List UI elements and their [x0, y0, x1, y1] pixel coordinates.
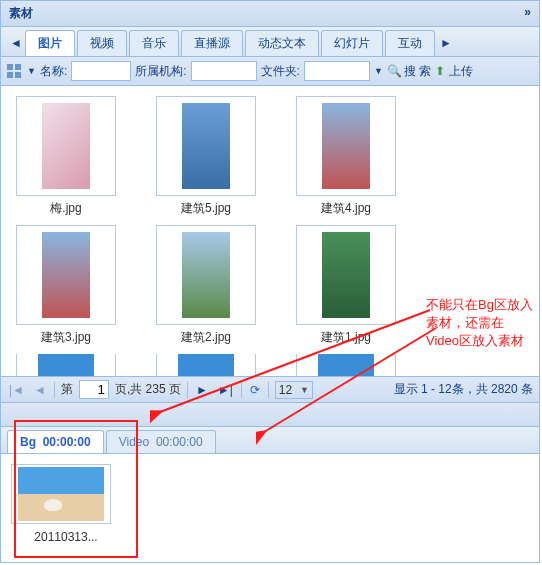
thumb-item[interactable]: 建筑4.jpg — [291, 96, 401, 217]
timeline-tabs: Bg 00:00:00 Video 00:00:00 — [1, 427, 539, 454]
refresh-icon[interactable]: ⟳ — [248, 383, 262, 397]
upload-button[interactable]: ⬆ 上传 — [435, 63, 472, 80]
thumb-item[interactable]: 建筑5.jpg — [151, 96, 261, 217]
folder-input[interactable] — [304, 61, 370, 81]
name-label: 名称: — [40, 63, 67, 80]
org-label: 所属机构: — [135, 63, 186, 80]
tab-music[interactable]: 音乐 — [129, 30, 179, 56]
timeline-tab-bg[interactable]: Bg 00:00:00 — [7, 430, 104, 453]
thumb-item[interactable]: 建筑1.jpg — [291, 225, 401, 346]
prev-page-icon[interactable]: ◄ — [32, 383, 48, 397]
collapse-icon[interactable]: » — [524, 5, 531, 19]
timeline-tab-video[interactable]: Video 00:00:00 — [106, 430, 216, 453]
tab-strip: ◄ 图片 视频 音乐 直播源 动态文本 幻灯片 互动 ► — [1, 27, 539, 57]
thumb-caption: 建筑2.jpg — [151, 329, 261, 346]
svg-rect-1 — [15, 64, 21, 70]
view-mode-dropdown-icon[interactable]: ▼ — [27, 66, 36, 76]
first-page-icon[interactable]: |◄ — [7, 383, 26, 397]
thumb-item[interactable]: 建筑3.jpg — [11, 225, 121, 346]
clip-item[interactable]: 20110313... — [11, 464, 121, 544]
view-mode-icon[interactable] — [7, 64, 23, 78]
filter-toolbar: ▼ 名称: 所属机构: 文件夹: ▼ 🔍 搜 索 ⬆ 上传 — [1, 57, 539, 86]
thumb-item[interactable]: 梅.jpg — [11, 96, 121, 217]
folder-label: 文件夹: — [261, 63, 300, 80]
thumb-caption: 建筑3.jpg — [11, 329, 121, 346]
next-page-icon[interactable]: ► — [194, 383, 210, 397]
spacer-bar — [0, 403, 540, 427]
tab-scroll-left-icon[interactable]: ◄ — [7, 30, 25, 56]
thumb-image — [156, 225, 256, 325]
tab-images[interactable]: 图片 — [25, 30, 75, 56]
search-button[interactable]: 🔍 搜 索 — [387, 63, 431, 80]
timeline-content[interactable]: 20110313... — [1, 454, 539, 562]
svg-rect-2 — [7, 72, 13, 78]
timeline-panel: Bg 00:00:00 Video 00:00:00 20110313... — [0, 427, 540, 563]
clip-caption: 20110313... — [11, 530, 121, 544]
name-input[interactable] — [71, 61, 131, 81]
thumb-image — [156, 96, 256, 196]
annotation-text: 不能只在Bg区放入素材，还需在Video区放入素材 — [426, 296, 534, 351]
panel-header: 素材 » — [1, 1, 539, 27]
tab-scroll-right-icon[interactable]: ► — [437, 30, 455, 56]
upload-icon: ⬆ — [435, 64, 445, 78]
tab-live[interactable]: 直播源 — [181, 30, 243, 56]
page-suffix: 页,共 235 页 — [115, 381, 181, 398]
tab-dynamic-text[interactable]: 动态文本 — [245, 30, 319, 56]
tab-video[interactable]: 视频 — [77, 30, 127, 56]
thumb-caption: 建筑5.jpg — [151, 200, 261, 217]
dropdown-icon: ▼ — [300, 385, 309, 395]
tab-interactive[interactable]: 互动 — [385, 30, 435, 56]
svg-rect-0 — [7, 64, 13, 70]
thumb-caption: 建筑1.jpg — [291, 329, 401, 346]
org-input[interactable] — [191, 61, 257, 81]
clip-thumb — [11, 464, 111, 524]
thumb-image — [16, 225, 116, 325]
thumb-item[interactable]: 建筑2.jpg — [151, 225, 261, 346]
thumb-image — [296, 225, 396, 325]
pager-info: 显示 1 - 12条，共 2820 条 — [394, 381, 533, 398]
page-input[interactable] — [79, 380, 109, 399]
thumb-image — [16, 96, 116, 196]
page-size-select[interactable]: 12 ▼ — [275, 381, 313, 399]
page-prefix: 第 — [61, 381, 73, 398]
folder-dropdown-icon[interactable]: ▼ — [374, 66, 383, 76]
panel-title: 素材 — [9, 6, 33, 20]
thumb-caption: 建筑4.jpg — [291, 200, 401, 217]
thumb-caption: 梅.jpg — [11, 200, 121, 217]
tab-slideshow[interactable]: 幻灯片 — [321, 30, 383, 56]
pager-toolbar: |◄ ◄ 第 页,共 235 页 ► ►| ⟳ 12 ▼ 显示 1 - 12条，… — [1, 376, 539, 402]
search-icon: 🔍 — [387, 64, 402, 78]
svg-rect-3 — [15, 72, 21, 78]
thumb-image — [296, 96, 396, 196]
last-page-icon[interactable]: ►| — [216, 383, 235, 397]
